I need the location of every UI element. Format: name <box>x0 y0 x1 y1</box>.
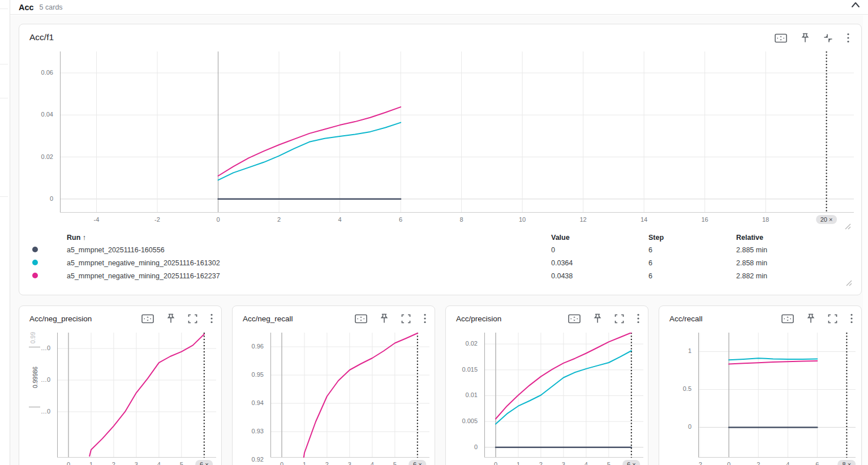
panel-toolbar <box>781 313 853 324</box>
chart-plot-acc-precision[interactable]: 00.0050.010.0150.02 012345 6 × <box>484 333 643 458</box>
resize-handle[interactable] <box>846 278 852 289</box>
pin-icon[interactable] <box>166 313 175 324</box>
x-tick-label: 18 <box>751 216 780 223</box>
x-tick-label: 12 <box>569 216 598 223</box>
x-tick-label: 0 <box>204 216 233 223</box>
y-tick-label: 0.94 <box>231 399 264 406</box>
panel-card-acc-f1: Acc/f1 00.020.040.06 -4-2024681012141618… <box>19 24 862 295</box>
panel-card-acc-neg-recall: Acc/neg_recall 0.960.950.940.930.92 0123… <box>232 305 435 465</box>
run-relative: 2.858 min <box>736 259 861 267</box>
autofit-icon[interactable] <box>355 314 367 324</box>
pin-icon[interactable] <box>801 33 810 43</box>
chart-plot-acc-neg-precision[interactable]: …0…0…0 012345 6 × 0.999860.99 <box>57 333 216 458</box>
y-tick-label: 0 <box>445 444 478 450</box>
autofit-icon[interactable] <box>781 314 794 324</box>
autofit-icon[interactable] <box>141 314 154 324</box>
x-tick-label: 5 <box>595 461 623 465</box>
step-badge[interactable]: 20 × <box>816 215 837 224</box>
panel-title: Acc/f1 <box>29 32 54 42</box>
x-tick-label: 4 <box>326 216 354 223</box>
x-tick-label: 2 <box>265 216 293 223</box>
x-tick-label: 6 <box>386 216 415 223</box>
panel-title: Acc/neg_recall <box>243 315 293 323</box>
step-badge[interactable]: 6 × <box>409 460 427 465</box>
x-tick-label: 4 <box>774 461 802 465</box>
panel-title: Acc/recall <box>669 315 703 323</box>
column-header-relative[interactable]: Relative <box>736 234 861 242</box>
y-axis-tick-dash <box>29 407 40 407</box>
run-relative: 2.882 min <box>736 272 861 280</box>
run-color-dot[interactable] <box>32 247 38 252</box>
x-tick-label: 6 <box>803 461 831 465</box>
run-color-dot[interactable] <box>32 273 38 278</box>
section-header: Acc 5 cards <box>10 0 868 15</box>
collapse-panel-icon[interactable] <box>823 33 833 43</box>
y-axis-labels: 00.51 <box>662 333 695 458</box>
run-value: 0.0364 <box>551 259 648 267</box>
run-name[interactable]: a5_mmpnet_negative_mining_20251116-16130… <box>67 259 551 267</box>
column-header-value[interactable]: Value <box>551 234 648 242</box>
kebab-menu-icon[interactable] <box>637 313 640 324</box>
pin-icon[interactable] <box>593 313 602 324</box>
section-title: Acc <box>19 3 34 12</box>
pin-icon[interactable] <box>380 313 389 324</box>
step-badge[interactable]: 6 × <box>622 460 641 465</box>
x-tick-label: -2 <box>685 461 714 465</box>
run-step: 6 <box>648 246 736 254</box>
run-name[interactable]: a5_mmpnet_negative_mining_20251116-16223… <box>67 272 551 280</box>
panel-card-acc-neg-precision: Acc/neg_precision …0…0…0 012345 6 × 0.99… <box>19 305 222 465</box>
panel-card-acc-recall: Acc/recall 00.51 -20246 8 × <box>659 305 862 465</box>
run-color-dot[interactable] <box>32 260 38 265</box>
kebab-menu-icon[interactable] <box>423 313 427 324</box>
run-row[interactable]: a5_mmpnet_20251116-160556 0 6 2.885 min <box>19 243 861 256</box>
step-badge[interactable]: 8 × <box>838 460 856 465</box>
y-tick-label: 0.95 <box>231 371 264 378</box>
x-tick-label: 0 <box>715 461 743 465</box>
chart-plot-acc-f1[interactable]: 00.020.040.06 -4-2024681012141618 20 × <box>60 51 854 213</box>
y-tick-label: 0 <box>659 423 691 430</box>
panel-toolbar <box>775 32 850 44</box>
y-tick-label: …0 <box>18 408 50 415</box>
kebab-menu-icon[interactable] <box>846 33 850 43</box>
y-axis-labels: 0.960.950.940.930.92 <box>234 333 267 458</box>
chevron-up-icon[interactable] <box>849 0 862 11</box>
kebab-menu-icon[interactable] <box>210 313 213 324</box>
x-axis-labels: -4-2024681012141618 <box>60 216 854 224</box>
kebab-menu-icon[interactable] <box>850 313 853 324</box>
panel-toolbar <box>141 313 213 324</box>
section-card-count: 5 cards <box>40 3 63 11</box>
y-axis-labels: 00.0050.010.0150.02 <box>448 333 481 458</box>
column-header-run[interactable]: Run ↑ <box>67 234 551 242</box>
x-tick-label: 5 <box>381 461 409 465</box>
x-tick-label: -4 <box>83 216 111 223</box>
run-row[interactable]: a5_mmpnet_negative_mining_20251116-16130… <box>19 256 861 269</box>
scroll-gutter <box>863 15 868 465</box>
expand-panel-icon[interactable] <box>401 314 411 324</box>
x-tick-label: 14 <box>630 216 658 223</box>
autofit-icon[interactable] <box>775 33 787 43</box>
x-tick-label: -2 <box>143 216 171 223</box>
column-header-step[interactable]: Step <box>648 234 736 242</box>
y-tick-label: 0.93 <box>231 428 264 434</box>
x-tick-label: 2 <box>744 461 772 465</box>
step-badge[interactable]: 6 × <box>195 460 213 465</box>
pin-icon[interactable] <box>806 313 815 324</box>
autofit-icon[interactable] <box>568 314 581 324</box>
y-axis-labels: …0…0…0 <box>21 333 54 458</box>
expand-panel-icon[interactable] <box>615 314 624 324</box>
chart-plot-acc-recall[interactable]: 00.51 -20246 8 × <box>698 333 856 458</box>
y-tick-label: 0.5 <box>659 385 691 392</box>
y-tick-label: 0.01 <box>445 391 478 398</box>
run-name[interactable]: a5_mmpnet_20251116-160556 <box>67 246 551 254</box>
x-tick-label: 16 <box>691 216 719 223</box>
rotated-y-axis-label: 0.99 <box>29 321 36 355</box>
expand-panel-icon[interactable] <box>188 314 197 324</box>
chart-plot-acc-neg-recall[interactable]: 0.960.950.940.930.92 012345 6 × <box>270 333 429 458</box>
legend-header-row: Run ↑ Value Step Relative <box>19 231 861 243</box>
expand-panel-icon[interactable] <box>828 314 837 324</box>
run-legend-table: Run ↑ Value Step Relative a5_mmpnet_2025… <box>19 231 861 282</box>
x-axis-labels: 012345 <box>270 461 429 465</box>
resize-handle[interactable] <box>845 222 851 232</box>
run-row[interactable]: a5_mmpnet_negative_mining_20251116-16223… <box>19 269 861 282</box>
x-axis-labels: 012345 <box>484 461 643 465</box>
